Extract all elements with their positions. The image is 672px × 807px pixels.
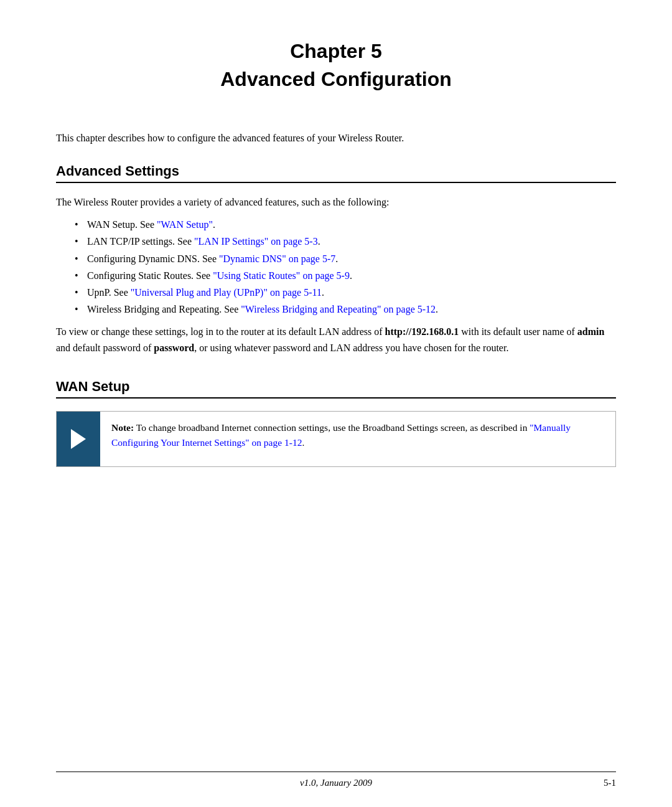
lan-ip-link[interactable]: "LAN IP Settings" on page 5-3: [194, 236, 318, 247]
footer-version: v1.0, January 2009: [300, 778, 372, 788]
page: Chapter 5 Advanced Configuration This ch…: [0, 0, 672, 807]
note-box: Note: To change broadband Internet conne…: [56, 411, 616, 467]
upnp-link[interactable]: "Universal Plug and Play (UPnP)" on page…: [131, 287, 322, 298]
list-item: WAN Setup. See "WAN Setup".: [75, 216, 616, 233]
static-routes-link[interactable]: "Using Static Routes" on page 5-9: [213, 270, 350, 281]
list-item: Configuring Static Routes. See "Using St…: [75, 267, 616, 284]
login-paragraph: To view or change these settings, log in…: [56, 324, 616, 356]
chapter-line2: Advanced Configuration: [220, 68, 452, 90]
list-item: UpnP. See "Universal Plug and Play (UPnP…: [75, 284, 616, 301]
intro-paragraph: This chapter describes how to configure …: [56, 131, 616, 146]
dynamic-dns-link[interactable]: "Dynamic DNS" on page 5-7: [219, 253, 335, 264]
wan-setup-heading: WAN Setup: [56, 379, 616, 399]
wan-setup-link[interactable]: "WAN Setup": [157, 219, 213, 230]
chapter-line1: Chapter 5: [290, 40, 382, 62]
chapter-title: Chapter 5 Advanced Configuration: [56, 37, 616, 93]
chapter-heading: Chapter 5 Advanced Configuration: [56, 37, 616, 93]
note-icon-box: [57, 412, 100, 466]
list-item: LAN TCP/IP settings. See "LAN IP Setting…: [75, 233, 616, 250]
footer-bar: [56, 772, 616, 772]
advanced-settings-paragraph: The Wireless Router provides a variety o…: [56, 194, 616, 210]
wan-setup-section: WAN Setup Note: To change broadband Inte…: [56, 379, 616, 467]
list-item: Configuring Dynamic DNS. See "Dynamic DN…: [75, 250, 616, 267]
advanced-settings-heading: Advanced Settings: [56, 163, 616, 183]
intro-text: This chapter describes how to configure …: [56, 133, 404, 143]
footer-page-number: 5-1: [604, 778, 616, 788]
advanced-settings-section: Advanced Settings The Wireless Router pr…: [56, 163, 616, 356]
arrow-right-icon: [71, 429, 86, 449]
list-item: Wireless Bridging and Repeating. See "Wi…: [75, 301, 616, 318]
advanced-settings-list: WAN Setup. See "WAN Setup". LAN TCP/IP s…: [75, 216, 616, 318]
note-content: Note: To change broadband Internet conne…: [100, 412, 615, 466]
footer-area: v1.0, January 2009 5-1: [56, 778, 616, 788]
wireless-bridging-link[interactable]: "Wireless Bridging and Repeating" on pag…: [241, 304, 436, 314]
